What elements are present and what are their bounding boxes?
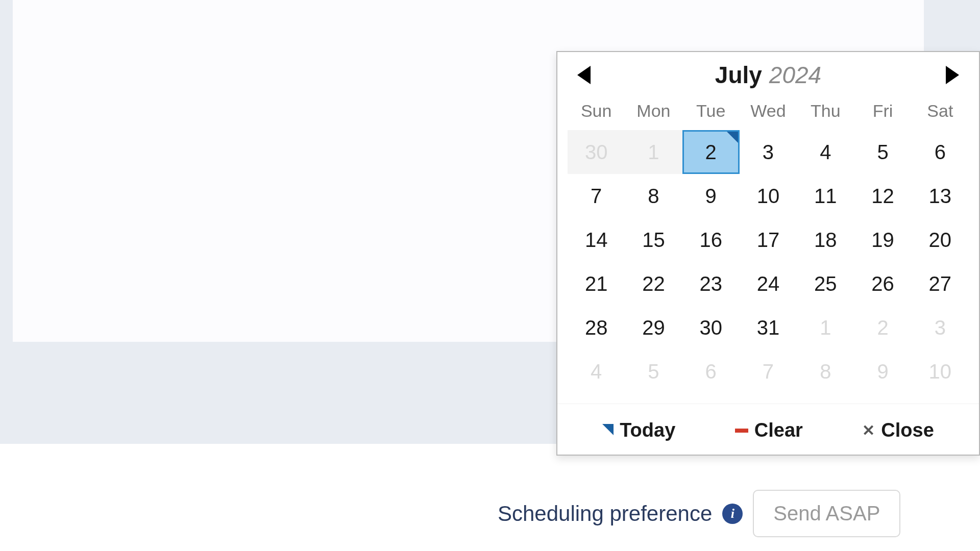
day-cell[interactable]: 14 — [568, 218, 625, 262]
day-cell[interactable]: 22 — [625, 262, 682, 306]
day-cell-other-month: 7 — [740, 349, 797, 393]
day-cell-other-month: 6 — [682, 349, 740, 393]
day-cell-other-month: 1 — [625, 130, 682, 174]
day-cell[interactable]: 8 — [625, 174, 682, 218]
day-cell[interactable]: 24 — [740, 262, 797, 306]
day-cell[interactable]: 7 — [568, 174, 625, 218]
date-picker-header: July 2024 — [557, 52, 979, 94]
today-marker-icon — [602, 424, 614, 435]
dow-header: Thu — [797, 94, 854, 130]
day-cell[interactable]: 23 — [682, 262, 740, 306]
today-label: Today — [620, 419, 675, 441]
day-cell[interactable]: 10 — [740, 174, 797, 218]
day-cell[interactable]: 13 — [912, 174, 969, 218]
clear-button[interactable]: Clear — [735, 419, 803, 441]
day-cell[interactable]: 26 — [854, 262, 911, 306]
day-cell[interactable]: 21 — [568, 262, 625, 306]
day-cell[interactable]: 6 — [912, 130, 969, 174]
close-icon: ✕ — [862, 423, 875, 438]
date-picker: July 2024 SunMonTueWedThuFriSat301234567… — [556, 51, 980, 456]
day-cell-other-month: 5 — [625, 349, 682, 393]
day-cell-other-month: 2 — [854, 306, 911, 349]
chevron-left-icon — [577, 66, 591, 84]
day-cell-other-month: 10 — [912, 349, 969, 393]
day-cell-other-month: 3 — [912, 306, 969, 349]
dow-header: Fri — [854, 94, 911, 130]
day-cell[interactable]: 9 — [682, 174, 740, 218]
day-cell-other-month: 1 — [797, 306, 854, 349]
day-cell[interactable]: 29 — [625, 306, 682, 349]
close-button[interactable]: ✕ Close — [862, 419, 934, 441]
day-cell-other-month: 30 — [568, 130, 625, 174]
day-cell[interactable]: 11 — [797, 174, 854, 218]
month-year-title[interactable]: July 2024 — [715, 61, 821, 89]
dow-header: Sat — [912, 94, 969, 130]
day-cell[interactable]: 5 — [854, 130, 911, 174]
year-label: 2024 — [769, 61, 821, 89]
calendar-grid: SunMonTueWedThuFriSat3012345678910111213… — [557, 94, 979, 398]
prev-month-button[interactable] — [573, 64, 595, 86]
chevron-right-icon — [946, 66, 959, 84]
today-button[interactable]: Today — [602, 419, 675, 441]
day-cell[interactable]: 4 — [797, 130, 854, 174]
scheduling-label: Scheduling preference — [498, 502, 712, 526]
month-label: July — [715, 61, 762, 89]
clear-label: Clear — [754, 419, 803, 441]
day-cell[interactable]: 17 — [740, 218, 797, 262]
info-icon[interactable]: i — [722, 504, 743, 524]
day-cell[interactable]: 25 — [797, 262, 854, 306]
day-cell[interactable]: 15 — [625, 218, 682, 262]
day-cell-selected[interactable]: 2 — [682, 130, 740, 174]
day-cell[interactable]: 31 — [740, 306, 797, 349]
close-label: Close — [881, 419, 934, 441]
next-month-button[interactable] — [941, 64, 964, 86]
dow-header: Mon — [625, 94, 682, 130]
day-cell[interactable]: 16 — [682, 218, 740, 262]
day-cell[interactable]: 20 — [912, 218, 969, 262]
day-cell[interactable]: 12 — [854, 174, 911, 218]
day-cell-other-month: 4 — [568, 349, 625, 393]
day-cell-other-month: 8 — [797, 349, 854, 393]
scheduling-preference-row: Scheduling preference i Send ASAP — [498, 490, 900, 537]
dow-header: Sun — [568, 94, 625, 130]
clear-icon — [735, 429, 748, 433]
day-cell[interactable]: 18 — [797, 218, 854, 262]
date-picker-footer: Today Clear ✕ Close — [557, 404, 979, 455]
day-cell[interactable]: 3 — [740, 130, 797, 174]
day-cell[interactable]: 30 — [682, 306, 740, 349]
day-cell[interactable]: 27 — [912, 262, 969, 306]
dow-header: Tue — [682, 94, 740, 130]
day-cell[interactable]: 19 — [854, 218, 911, 262]
send-asap-button[interactable]: Send ASAP — [753, 490, 900, 537]
day-cell[interactable]: 28 — [568, 306, 625, 349]
day-cell-other-month: 9 — [854, 349, 911, 393]
dow-header: Wed — [740, 94, 797, 130]
